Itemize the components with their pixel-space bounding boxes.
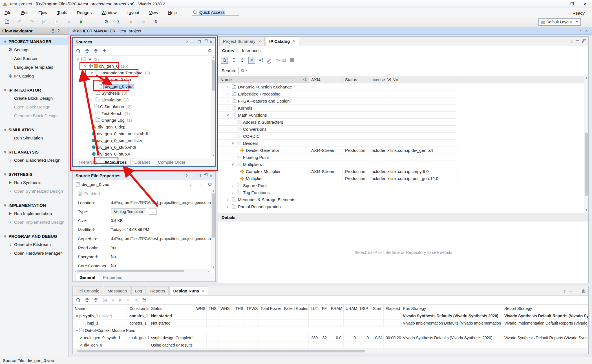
gear-icon[interactable]: ⚙ <box>208 48 212 53</box>
table-row[interactable]: ›Conversions <box>218 126 588 133</box>
tab-properties[interactable]: Properties <box>99 274 126 281</box>
minimize-panel-icon[interactable]: — <box>191 174 195 178</box>
skip-to-start-icon[interactable]: |◀ <box>103 298 107 303</box>
enabled-checkbox[interactable] <box>78 192 82 196</box>
close-icon[interactable]: ✕ <box>583 1 587 6</box>
tab-log[interactable]: Log <box>131 286 146 295</box>
close-panel-icon[interactable]: ✕ <box>209 40 213 44</box>
sidebar-item-language-templates[interactable]: Language Templates <box>0 63 68 72</box>
float-panel-icon[interactable] <box>582 290 585 293</box>
table-row-multiplier[interactable]: Multiplier ProductionIncludedxilinx.com:… <box>218 175 588 182</box>
chevron-down-icon[interactable]: ∨ <box>76 57 80 61</box>
generate-bitstream-icon[interactable]: ↓ <box>91 19 97 25</box>
tab-general[interactable]: General <box>76 274 99 281</box>
add-sources-icon[interactable]: + <box>103 48 106 54</box>
table-row[interactable]: ›CORDIC <box>218 133 588 140</box>
help-icon[interactable]: ? <box>579 29 581 33</box>
table-row[interactable]: ∨Multipliers <box>218 161 588 168</box>
run-row-synth-1[interactable]: ∨▷ synth_1(active) constrs_1Not started … <box>73 312 588 319</box>
tree-item-simulation[interactable]: ›Simulation(2) <box>73 96 211 103</box>
sidebar-item-add-sources[interactable]: Add Sources <box>0 54 68 63</box>
chevron-down-icon[interactable]: ∨ <box>83 64 87 68</box>
undo-icon[interactable]: ↶ <box>16 19 23 25</box>
search-icon[interactable] <box>221 57 228 64</box>
tab-compile-order[interactable]: Compile Order <box>154 159 189 165</box>
expand-all-icon[interactable] <box>94 298 98 302</box>
back-icon[interactable]: ← <box>189 182 194 187</box>
table-row[interactable]: ›Square Root <box>218 182 588 189</box>
close-panel-icon[interactable]: ✕ <box>209 174 213 178</box>
close-icon[interactable]: ✕ <box>293 39 295 43</box>
table-row[interactable]: ›Embedded Processing <box>218 90 588 97</box>
create-run-icon[interactable]: + <box>134 297 138 303</box>
help-icon[interactable]: ? <box>571 40 573 44</box>
run-icon[interactable] <box>78 19 85 25</box>
menu-tools[interactable]: Tools <box>57 10 67 15</box>
tree-item-change-log[interactable]: ›Change Log(1) <box>73 117 211 123</box>
step-back-icon[interactable]: « <box>112 297 114 303</box>
tree-item-sim-netlist-vhdl[interactable]: div_gen_0_sim_netlist.vhdl <box>73 130 211 137</box>
chevron-down-icon[interactable]: ∨ <box>75 329 79 333</box>
column-license[interactable]: License <box>368 76 385 83</box>
menu-edit[interactable]: Edit <box>21 10 28 15</box>
table-row-divider-generator[interactable]: Divider Generator AXI4-StreamProductionI… <box>218 147 588 154</box>
run-row-div-gen-0[interactable]: ✓ div_gen_0 Using cached IP results <box>73 341 588 349</box>
tab-tcl-console[interactable]: Tcl Console <box>74 286 103 295</box>
close-icon[interactable]: ✕ <box>585 29 588 33</box>
design-runs-hscrollbar[interactable]: ‹› <box>73 349 588 353</box>
table-row[interactable]: ›FPGA Features and Design <box>218 97 588 105</box>
menu-help[interactable]: Help <box>168 10 177 15</box>
sidebar-item-open-hardware-manager[interactable]: ›Open Hardware Manager <box>0 249 68 258</box>
maximize-icon[interactable] <box>571 2 574 5</box>
close-icon[interactable]: ✕ <box>258 39 261 43</box>
help-icon[interactable]: ? <box>58 29 60 33</box>
chevron-right-icon[interactable]: › <box>90 91 94 95</box>
stop-icon[interactable]: ✗ <box>153 19 159 25</box>
sidebar-item-settings[interactable]: ⚙Settings <box>0 45 68 54</box>
sidebar-section-implementation[interactable]: ∨IMPLEMENTATION <box>0 201 68 209</box>
chevron-right-icon[interactable]: › <box>90 98 94 102</box>
float-panel-icon[interactable] <box>582 41 585 43</box>
sidebar-item-run-implementation[interactable]: Run Implementation <box>0 209 68 218</box>
tree-item-ip-folder[interactable]: ∨IP(2) <box>73 56 211 63</box>
tab-messages[interactable]: Messages <box>104 286 131 295</box>
delete-icon[interactable]: ✕ <box>66 19 72 25</box>
sidebar-item-run-synthesis[interactable]: Run Synthesis <box>0 178 68 187</box>
table-row[interactable]: ›Kernels <box>218 105 588 112</box>
collapse-all-icon[interactable] <box>51 29 54 32</box>
disabled-edit-icon[interactable]: ⊘ <box>140 19 147 25</box>
sigma-icon[interactable]: Σ <box>116 19 122 25</box>
tab-hierarchy[interactable]: Hierarchy <box>76 159 101 165</box>
sidebar-section-project-manager[interactable]: ∨PROJECT MANAGER <box>0 37 68 45</box>
minimize-panel-icon[interactable]: — <box>569 289 573 294</box>
sidebar-item-open-synthesized-design[interactable]: ›Open Synthesized Design <box>0 187 68 196</box>
search-input[interactable] <box>238 67 309 74</box>
collapse-all-icon[interactable] <box>232 58 236 62</box>
sidebar-item-open-block-design[interactable]: Open Block Design <box>0 103 68 111</box>
column-status[interactable]: Status <box>343 76 368 83</box>
table-row[interactable]: ›Trig Functions <box>218 189 588 196</box>
chevron-right-icon[interactable]: › <box>90 118 94 122</box>
maximize-panel-icon[interactable] <box>198 40 201 43</box>
help-icon[interactable]: ? <box>564 289 566 294</box>
tree-item-sim-netlist-v[interactable]: div_gen_0_sim_netlist.v <box>73 137 211 144</box>
sidebar-item-generate-block-design[interactable]: Generate Block Design <box>0 111 68 120</box>
repository-icon[interactable] <box>290 58 294 62</box>
table-row[interactable]: ∨Dividers <box>218 140 588 147</box>
sidebar-item-open-implemented-design[interactable]: ›Open Implemented Design <box>0 218 68 227</box>
float-panel-icon[interactable] <box>204 174 206 177</box>
sidebar-section-rtl-analysis[interactable]: ∨RTL ANALYSIS <box>0 148 68 156</box>
tree-item-test-bench[interactable]: ›Test Bench(1) <box>73 110 211 117</box>
table-row-complex-multiplier[interactable]: Complex Multiplier AXI4-StreamProduction… <box>218 168 588 175</box>
tree-item-div-gen-0-vho[interactable]: div_gen_0.vho <box>73 76 211 83</box>
table-row[interactable]: ›Adders & Subtracters <box>218 119 588 126</box>
column-name[interactable]: Name∧1 <box>218 76 309 83</box>
sidebar-item-run-simulation[interactable]: Run Simulation <box>0 134 68 142</box>
chip-icon[interactable] <box>282 59 286 62</box>
license-key-icon[interactable] <box>276 59 278 61</box>
sfp-hscrollbar[interactable]: ‹› <box>73 269 210 273</box>
redo-icon[interactable]: ↷ <box>29 19 35 25</box>
run-row-impl-1[interactable]: ▷ impl_1 constrs_1Not started Vivado Imp… <box>73 319 588 327</box>
maximize-panel-icon[interactable] <box>576 40 579 43</box>
menu-flow[interactable]: Flow <box>38 10 47 15</box>
